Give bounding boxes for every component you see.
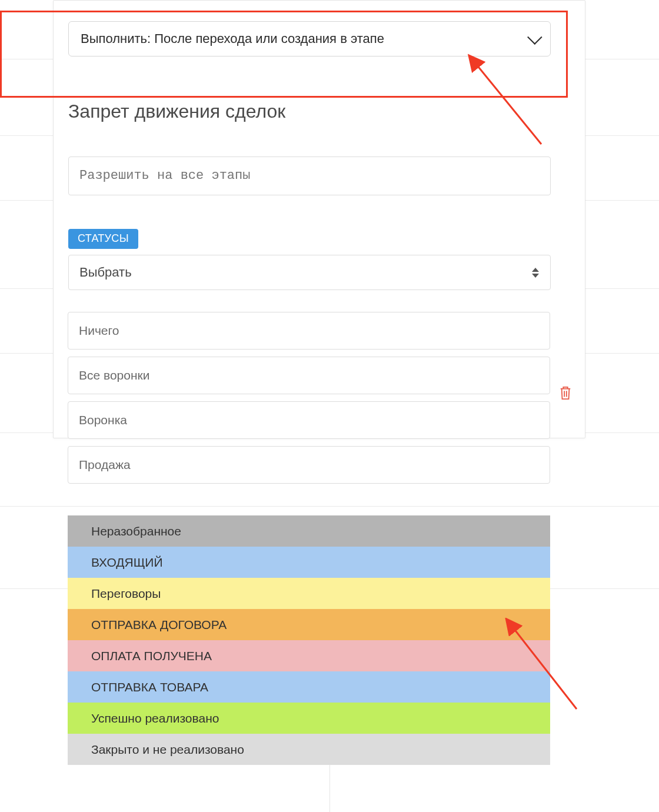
column-divider <box>330 765 330 812</box>
status-select-placeholder: Выбрать <box>79 265 132 280</box>
stage-item[interactable]: ОПЛАТА ПОЛУЧЕНА <box>68 640 550 671</box>
stage-item[interactable]: ОТПРАВКА ДОГОВОРА <box>68 609 550 640</box>
status-select[interactable]: Выбрать <box>68 255 551 290</box>
stage-label: Неразобранное <box>91 524 181 538</box>
stage-item[interactable]: ВХОДЯЩИЙ <box>68 547 550 578</box>
stage-label: ОПЛАТА ПОЛУЧЕНА <box>91 649 212 663</box>
stage-label: ВХОДЯЩИЙ <box>91 555 163 570</box>
stage-item[interactable]: Успешно реализовано <box>68 703 550 734</box>
trash-icon[interactable] <box>559 385 572 401</box>
stage-label: ОТПРАВКА ТОВАРА <box>91 680 208 694</box>
stage-item[interactable]: Неразобранное <box>68 515 550 547</box>
stage-label: Закрыто и не реализовано <box>91 743 244 757</box>
stage-list: Неразобранное ВХОДЯЩИЙ Переговоры ОТПРАВ… <box>68 515 550 765</box>
option-label: Продажа <box>79 458 131 472</box>
option-label: Воронка <box>79 413 127 427</box>
stage-item[interactable]: Закрыто и не реализовано <box>68 734 550 765</box>
stage-item[interactable]: Переговоры <box>68 578 550 609</box>
stage-label: Успешно реализовано <box>91 711 219 726</box>
option-label: Все воронки <box>79 368 150 382</box>
statuses-badge: СТАТУСЫ <box>68 229 138 249</box>
option-funnel[interactable]: Воронка <box>68 401 550 439</box>
chevron-down-icon <box>527 29 542 44</box>
allow-stages-input[interactable]: Разрешить на все этапы <box>68 157 551 195</box>
trigger-select-label: Выполнить: После перехода или создания в… <box>81 31 384 46</box>
option-sale[interactable]: Продажа <box>68 446 550 484</box>
stage-label: Переговоры <box>91 587 161 601</box>
options-list: Ничего Все воронки Воронка Продажа <box>68 312 550 484</box>
stage-label: ОТПРАВКА ДОГОВОРА <box>91 618 227 632</box>
trigger-select[interactable]: Выполнить: После перехода или создания в… <box>68 21 551 56</box>
option-label: Ничего <box>79 324 119 338</box>
option-all-funnels[interactable]: Все воронки <box>68 357 550 394</box>
stage-item[interactable]: ОТПРАВКА ТОВАРА <box>68 671 550 703</box>
allow-input-placeholder: Разрешить на все этапы <box>79 168 250 183</box>
sort-icon <box>531 268 540 278</box>
option-nothing[interactable]: Ничего <box>68 312 550 350</box>
section-title: Запрет движения сделок <box>68 101 285 122</box>
